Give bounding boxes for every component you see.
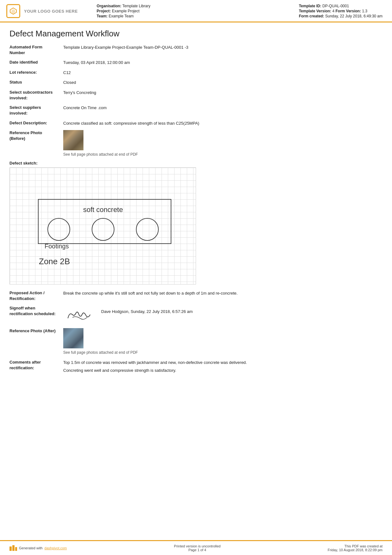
logo-icon (6, 4, 20, 18)
main-content: Defect Management Workflow Automated For… (0, 22, 392, 540)
footer-created-date: Friday, 10 August 2018, 8:22:09 pm (328, 548, 383, 552)
defect-description-value: Concrete classified as soft: compressive… (63, 120, 383, 127)
defect-sketch-section: Defect sketch: soft concrete (9, 161, 383, 284)
proposed-action-row: Proposed Action / Rectification: Break t… (9, 290, 383, 302)
svg-rect-7 (9, 546, 12, 551)
proposed-action-value: Break the concrete up while it's still s… (63, 290, 383, 296)
logo-area: YOUR LOGO GOES HERE (6, 4, 78, 18)
subcontractors-label: Select subcontractors involved: (9, 89, 63, 101)
comments-line1: Top 1.5m of concrete was removed with ja… (63, 359, 383, 366)
form-created-line: Form created: Sunday, 22 July 2018, 6:49… (299, 14, 383, 18)
footer-generated-text: Generated with (19, 546, 43, 550)
comments-value: Top 1.5m of concrete was removed with ja… (63, 359, 383, 374)
lot-reference-row: Lot reference: C12 (9, 69, 383, 76)
status-label: Status (9, 79, 63, 85)
page: YOUR LOGO GOES HERE Organisation: Templa… (0, 0, 392, 555)
svg-text:soft concrete: soft concrete (83, 206, 123, 214)
signoff-value: Dave Hodgson, Sunday, 22 July 2018, 6:57… (63, 305, 383, 324)
lot-reference-value: C12 (63, 69, 383, 76)
footer: Generated with dashpivot.com Printed ver… (0, 540, 392, 555)
svg-rect-8 (12, 545, 15, 551)
svg-point-3 (92, 218, 114, 240)
status-value: Closed (63, 79, 383, 86)
footer-left: Generated with dashpivot.com (9, 545, 67, 551)
date-identified-row: Date identified Tuesday, 03 April 2018, … (9, 59, 383, 66)
defect-description-row: Defect Description: Concrete classified … (9, 120, 383, 127)
reference-photo-after-row: Reference Photo (After) See full page ph… (9, 327, 383, 356)
signoff-label: Signoff when rectification scheduled: (9, 305, 63, 317)
date-identified-label: Date identified (9, 59, 63, 65)
svg-text:Zone 2B: Zone 2B (39, 257, 70, 266)
project-line: Project: Example Project (97, 9, 293, 13)
status-row: Status Closed (9, 79, 383, 86)
footer-created-text: This PDF was created at (328, 544, 383, 548)
subcontractors-row: Select subcontractors involved: Terry's … (9, 89, 383, 101)
reference-photo-after-image (63, 328, 83, 348)
svg-point-4 (136, 218, 158, 240)
comments-line2: Concreting went well and compressive str… (63, 367, 383, 374)
suppliers-row: Select suppliers involved: Concrete On T… (9, 104, 383, 116)
logo-text: YOUR LOGO GOES HERE (24, 9, 78, 14)
suppliers-label: Select suppliers involved: (9, 104, 63, 116)
team-line: Team: Example Team (97, 14, 293, 18)
defect-description-label: Defect Description: (9, 120, 63, 126)
signoff-person: Dave Hodgson, Sunday, 22 July 2018, 6:57… (101, 305, 193, 315)
org-line: Organisation: Template Library (97, 4, 293, 8)
reference-photo-after-value: See full page photos attached at end of … (63, 327, 383, 356)
header-middle: Organisation: Template Library Project: … (84, 4, 293, 18)
reference-photo-before-value: See full page photos attached at end of … (63, 129, 383, 158)
sketch-drawing: soft concrete Footings Zone 2B (10, 168, 196, 284)
svg-rect-9 (15, 547, 17, 551)
subcontractors-value: Terry's Concreting (63, 89, 383, 96)
reference-photo-before-label: Reference Photo (Before) (9, 129, 63, 141)
comments-row: Comments after rectification: Top 1.5m o… (9, 359, 383, 374)
reference-photo-before-row: Reference Photo (Before) See full page p… (9, 129, 383, 158)
footer-uncontrolled: Printed version is uncontrolled (174, 544, 220, 548)
header-right: Template ID: DP-QUAL-0001 Template Versi… (299, 4, 383, 18)
footer-page: Page 1 of 4 (174, 548, 220, 552)
defect-sketch-label: Defect sketch: (9, 161, 383, 165)
signature-image (63, 305, 95, 324)
suppliers-value: Concrete On Time .com (63, 104, 383, 111)
reference-photo-after-caption: See full page photos attached at end of … (63, 350, 138, 355)
template-version-line: Template Version: 4 Form Version: 1.3 (299, 9, 383, 13)
template-id-line: Template ID: DP-QUAL-0001 (299, 4, 383, 8)
signature-area: Dave Hodgson, Sunday, 22 July 2018, 6:57… (63, 305, 383, 324)
automated-form-number-row: Automated Form Number Template Library-E… (9, 44, 383, 56)
reference-photo-before-caption: See full page photos attached at end of … (63, 152, 138, 157)
reference-photo-after-label: Reference Photo (After) (9, 327, 63, 334)
lot-reference-label: Lot reference: (9, 69, 63, 75)
proposed-action-label: Proposed Action / Rectification: (9, 290, 63, 302)
automated-form-number-label: Automated Form Number (9, 44, 63, 56)
comments-label: Comments after rectification: (9, 359, 63, 371)
header: YOUR LOGO GOES HERE Organisation: Templa… (0, 0, 392, 22)
footer-right: This PDF was created at Friday, 10 Augus… (328, 544, 383, 552)
svg-point-2 (48, 218, 70, 240)
automated-form-number-value: Template Library-Example Project-Example… (63, 44, 383, 51)
footer-logo-icon (9, 545, 17, 551)
page-title: Defect Management Workflow (9, 29, 383, 39)
footer-link[interactable]: dashpivot.com (45, 546, 67, 550)
signoff-row: Signoff when rectification scheduled: Da… (9, 305, 383, 324)
svg-text:Footings: Footings (45, 243, 69, 250)
reference-photo-before-image (63, 130, 83, 150)
footer-center: Printed version is uncontrolled Page 1 o… (174, 544, 220, 552)
sketch-container: soft concrete Footings Zone 2B (9, 167, 196, 284)
date-identified-value: Tuesday, 03 April 2018, 12:00:00 am (63, 59, 383, 66)
